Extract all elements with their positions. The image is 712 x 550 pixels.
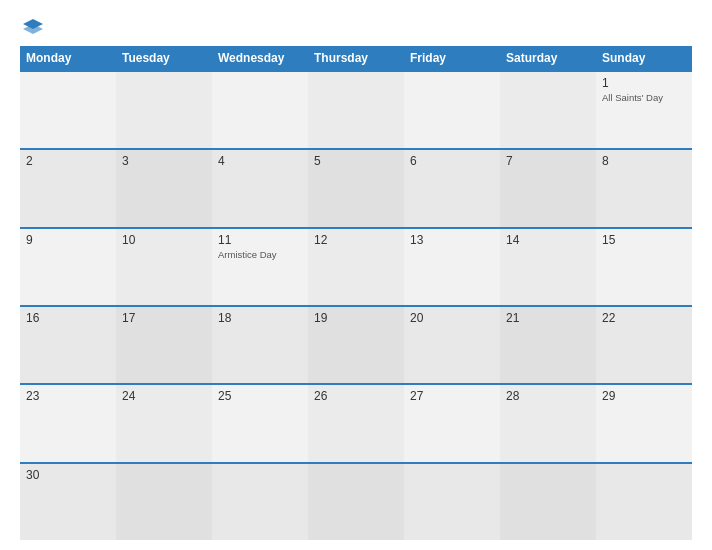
calendar-cell: 25 [212, 385, 308, 461]
logo-row1 [20, 18, 44, 36]
day-number: 9 [26, 233, 110, 247]
calendar-cell: 30 [20, 464, 116, 540]
calendar-cell: 20 [404, 307, 500, 383]
calendar-cell: 11Armistice Day [212, 229, 308, 305]
calendar-cell [212, 72, 308, 148]
weekday-header-row: MondayTuesdayWednesdayThursdayFridaySatu… [20, 46, 692, 70]
day-number: 23 [26, 389, 110, 403]
day-number: 22 [602, 311, 686, 325]
calendar-cell: 6 [404, 150, 500, 226]
calendar-cell [308, 464, 404, 540]
logo-brand [20, 18, 44, 36]
event-label: All Saints' Day [602, 92, 686, 103]
weekday-header-cell: Monday [20, 46, 116, 70]
calendar-week: 2345678 [20, 148, 692, 226]
day-number: 7 [506, 154, 590, 168]
calendar-cell: 29 [596, 385, 692, 461]
calendar-cell [404, 72, 500, 148]
calendar-cell: 14 [500, 229, 596, 305]
day-number: 30 [26, 468, 110, 482]
day-number: 20 [410, 311, 494, 325]
header [20, 18, 692, 36]
day-number: 4 [218, 154, 302, 168]
calendar-cell [116, 72, 212, 148]
calendar-week: 23242526272829 [20, 383, 692, 461]
day-number: 24 [122, 389, 206, 403]
day-number: 10 [122, 233, 206, 247]
calendar-cell [116, 464, 212, 540]
day-number: 14 [506, 233, 590, 247]
calendar-cell: 22 [596, 307, 692, 383]
weekday-header-cell: Thursday [308, 46, 404, 70]
calendar-cell: 24 [116, 385, 212, 461]
day-number: 29 [602, 389, 686, 403]
calendar-cell: 28 [500, 385, 596, 461]
calendar-cell: 4 [212, 150, 308, 226]
day-number: 12 [314, 233, 398, 247]
day-number: 8 [602, 154, 686, 168]
day-number: 18 [218, 311, 302, 325]
calendar-cell: 7 [500, 150, 596, 226]
calendar-cell: 16 [20, 307, 116, 383]
weekday-header-cell: Saturday [500, 46, 596, 70]
calendar-cell [308, 72, 404, 148]
day-number: 17 [122, 311, 206, 325]
calendar-cell [20, 72, 116, 148]
day-number: 13 [410, 233, 494, 247]
weekday-header-cell: Tuesday [116, 46, 212, 70]
calendar-cell: 18 [212, 307, 308, 383]
calendar-cell: 12 [308, 229, 404, 305]
calendar-cell: 3 [116, 150, 212, 226]
weekday-header-cell: Wednesday [212, 46, 308, 70]
calendar-cell: 19 [308, 307, 404, 383]
day-number: 26 [314, 389, 398, 403]
calendar-cell: 9 [20, 229, 116, 305]
day-number: 16 [26, 311, 110, 325]
calendar-cell [500, 464, 596, 540]
calendar-week: 16171819202122 [20, 305, 692, 383]
day-number: 11 [218, 233, 302, 247]
day-number: 1 [602, 76, 686, 90]
calendar-week: 30 [20, 462, 692, 540]
day-number: 27 [410, 389, 494, 403]
calendar-cell [212, 464, 308, 540]
calendar-week: 1All Saints' Day [20, 70, 692, 148]
day-number: 25 [218, 389, 302, 403]
logo [20, 18, 44, 36]
day-number: 5 [314, 154, 398, 168]
calendar-cell: 13 [404, 229, 500, 305]
day-number: 15 [602, 233, 686, 247]
calendar-cell [596, 464, 692, 540]
calendar-page: MondayTuesdayWednesdayThursdayFridaySatu… [0, 0, 712, 550]
calendar-grid: MondayTuesdayWednesdayThursdayFridaySatu… [20, 46, 692, 540]
weekday-header-cell: Sunday [596, 46, 692, 70]
calendar-cell: 15 [596, 229, 692, 305]
calendar-cell: 26 [308, 385, 404, 461]
calendar-cell: 5 [308, 150, 404, 226]
calendar-cell: 27 [404, 385, 500, 461]
calendar-body: 1All Saints' Day234567891011Armistice Da… [20, 70, 692, 540]
day-number: 2 [26, 154, 110, 168]
calendar-cell: 1All Saints' Day [596, 72, 692, 148]
calendar-cell: 21 [500, 307, 596, 383]
logo-flag-icon [22, 18, 44, 36]
day-number: 28 [506, 389, 590, 403]
day-number: 6 [410, 154, 494, 168]
event-label: Armistice Day [218, 249, 302, 260]
weekday-header-cell: Friday [404, 46, 500, 70]
calendar-cell: 8 [596, 150, 692, 226]
calendar-week: 91011Armistice Day12131415 [20, 227, 692, 305]
calendar-cell [500, 72, 596, 148]
calendar-cell: 17 [116, 307, 212, 383]
calendar-cell [404, 464, 500, 540]
calendar-cell: 23 [20, 385, 116, 461]
day-number: 21 [506, 311, 590, 325]
calendar-cell: 10 [116, 229, 212, 305]
day-number: 3 [122, 154, 206, 168]
calendar-cell: 2 [20, 150, 116, 226]
day-number: 19 [314, 311, 398, 325]
